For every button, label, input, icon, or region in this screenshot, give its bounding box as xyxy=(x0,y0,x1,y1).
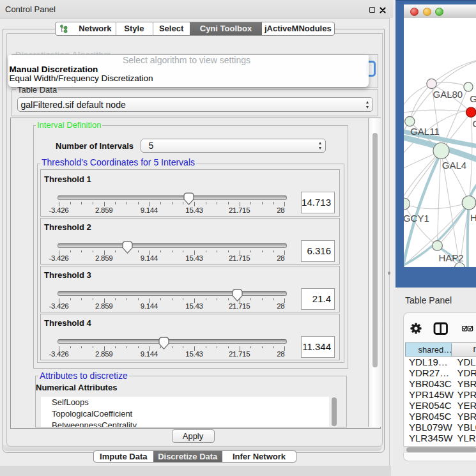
svg-text:GAL11: GAL11 xyxy=(410,126,440,137)
svg-text:H: H xyxy=(470,212,476,223)
svg-text:C: C xyxy=(472,118,476,129)
svg-text:GCY1: GCY1 xyxy=(404,213,429,224)
svg-text:HAP2: HAP2 xyxy=(438,252,463,263)
svg-text:GAL80: GAL80 xyxy=(433,89,463,100)
svg-text:GA: GA xyxy=(470,93,476,104)
svg-text:GAL4: GAL4 xyxy=(441,160,466,171)
